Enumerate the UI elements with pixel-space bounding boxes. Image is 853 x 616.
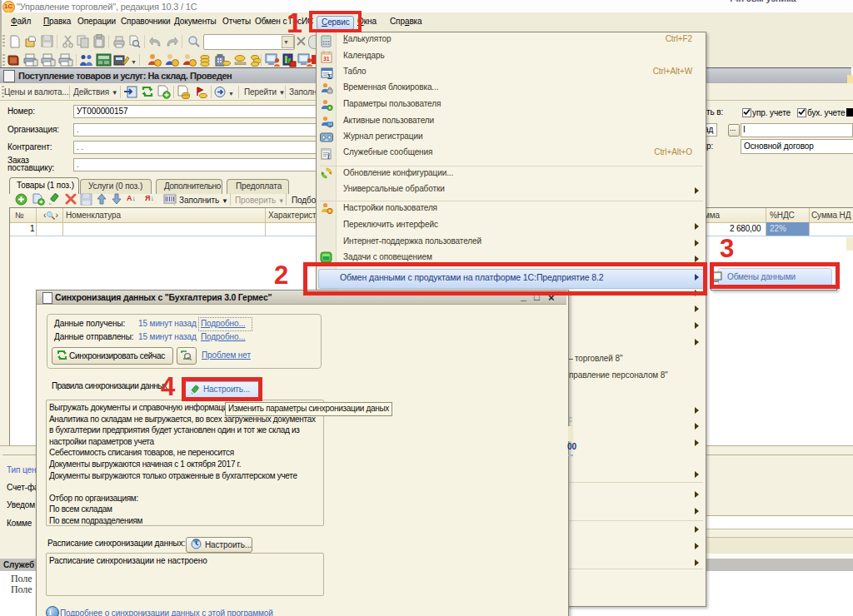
svg-text:Σ: Σ [327,72,332,80]
svg-text:i: i [327,152,330,160]
svg-text:31: 31 [323,56,330,62]
